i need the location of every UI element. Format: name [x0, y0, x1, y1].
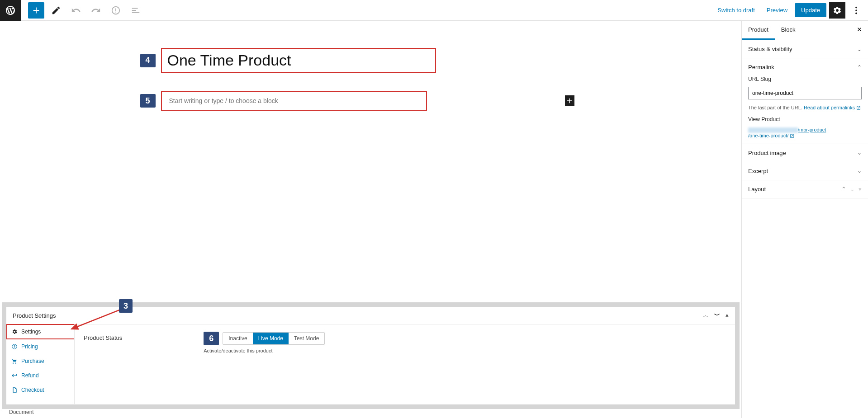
section-layout[interactable]: Layout ⌃ ⌄ ▾	[742, 180, 868, 198]
gear-icon	[11, 329, 18, 335]
section-product-image[interactable]: Product image ⌄	[742, 144, 868, 162]
body-outline	[161, 91, 427, 111]
settings-toggle[interactable]	[829, 2, 845, 19]
external-link-icon	[856, 106, 861, 110]
body-row: 5	[140, 91, 574, 111]
svg-text:$: $	[14, 345, 15, 348]
callout-3: 3	[119, 299, 133, 313]
more-vertical-icon	[851, 5, 861, 15]
chevron-down-icon: ⌄	[857, 168, 862, 174]
panel-body: Settings $ Pricing Purchase Refund	[6, 324, 735, 404]
settings-sidebar: Product Block Status & visibility ⌄ Perm…	[741, 21, 868, 418]
pencil-icon	[51, 5, 61, 15]
toolbar-right: Switch to draft Preview Update	[713, 2, 868, 19]
plus-icon	[31, 5, 41, 15]
update-button[interactable]: Update	[795, 3, 826, 17]
nav-label: Settings	[21, 329, 41, 335]
product-settings-panel: 3 Product Settings ︿ ﹀ ▴ Settings	[6, 307, 735, 404]
panel-title: Product Settings	[13, 312, 56, 319]
panel-nav: Settings $ Pricing Purchase Refund	[6, 324, 74, 404]
dollar-icon: $	[11, 343, 18, 350]
section-title: Product image	[748, 150, 786, 156]
svg-point-0	[855, 6, 857, 8]
status-toggle-group: Inactive Live Mode Test Mode	[223, 332, 325, 345]
edit-button[interactable]	[48, 2, 64, 19]
section-title: Excerpt	[748, 168, 768, 174]
view-product-label: View Product	[748, 116, 862, 122]
panel-nav-settings[interactable]: Settings	[6, 324, 75, 339]
product-status-row: Product Status 6 Inactive Live Mode Test…	[84, 332, 726, 353]
callout-6: 6	[204, 332, 219, 345]
section-title: Status & visibility	[748, 46, 792, 52]
panel-collapse-up[interactable]: ︿	[703, 311, 709, 319]
gear-icon	[833, 6, 842, 15]
undo-button[interactable]	[68, 2, 84, 19]
section-title: Permalink	[748, 64, 774, 70]
nav-label: Purchase	[21, 358, 44, 364]
section-status-visibility[interactable]: Status & visibility ⌄	[742, 40, 868, 58]
return-icon	[11, 372, 18, 379]
undo-icon	[71, 5, 81, 15]
info-icon	[111, 5, 121, 15]
sidebar-tabs: Product Block	[742, 21, 868, 40]
panel-content: Product Status 6 Inactive Live Mode Test…	[74, 324, 735, 404]
external-link-icon	[790, 134, 794, 138]
chevron-down-icon: ⌄	[857, 46, 862, 52]
wordpress-logo[interactable]	[0, 0, 21, 21]
panel-header: Product Settings ︿ ﹀ ▴	[6, 307, 735, 324]
svg-point-1	[855, 9, 857, 11]
more-menu-button[interactable]	[848, 2, 864, 19]
document-icon	[11, 387, 18, 393]
wordpress-icon	[5, 5, 16, 16]
panel-nav-refund[interactable]: Refund	[6, 368, 74, 383]
preview-button[interactable]: Preview	[762, 4, 792, 16]
view-product-url[interactable]: /mbr-product /one-time-product/	[748, 127, 862, 138]
product-status-label: Product Status	[84, 332, 122, 341]
url-slug-input[interactable]	[748, 87, 862, 99]
section-excerpt[interactable]: Excerpt ⌄	[742, 162, 868, 180]
close-icon	[856, 26, 863, 33]
panel-nav-pricing[interactable]: $ Pricing	[6, 339, 74, 354]
add-block-button[interactable]	[28, 2, 44, 19]
sidebar-close-button[interactable]	[851, 23, 868, 38]
panel-header-controls: ︿ ﹀ ▴	[703, 311, 729, 319]
permalink-header[interactable]: Permalink ⌃	[748, 64, 862, 70]
status-test-button[interactable]: Test Mode	[289, 333, 324, 344]
tab-product[interactable]: Product	[742, 21, 775, 40]
post-title-input[interactable]	[167, 52, 430, 69]
url-slug-label: URL Slug	[748, 76, 862, 82]
section-permalink: Permalink ⌃ URL Slug The last part of th…	[742, 58, 868, 144]
switch-to-draft-button[interactable]: Switch to draft	[713, 4, 759, 16]
title-row: 4	[140, 48, 574, 73]
slug-help-text: The last part of the URL. Read about per…	[748, 104, 862, 112]
panel-nav-checkout[interactable]: Checkout	[6, 383, 74, 397]
layout-controls: ⌃ ⌄ ▾	[841, 186, 862, 193]
inline-add-block-button[interactable]	[565, 95, 574, 106]
outline-button[interactable]	[128, 2, 144, 19]
layout-dropdown[interactable]: ▾	[859, 186, 862, 193]
redo-button[interactable]	[88, 2, 104, 19]
layout-down[interactable]: ⌄	[850, 186, 855, 193]
callout-4: 4	[140, 54, 156, 67]
footer-breadcrumb[interactable]: Document	[9, 409, 34, 415]
plus-icon	[565, 97, 574, 105]
info-button[interactable]	[108, 2, 124, 19]
panel-expand[interactable]: ▴	[726, 311, 729, 319]
panel-collapse-down[interactable]: ﹀	[714, 311, 720, 319]
cart-icon	[11, 358, 18, 364]
panel-nav-purchase[interactable]: Purchase	[6, 354, 74, 368]
read-about-permalinks-link[interactable]: Read about permalinks	[804, 105, 861, 110]
main-area: 4 5 3 Produ	[0, 21, 868, 418]
callout-5: 5	[140, 94, 156, 108]
editor-column: 4 5 3 Produ	[0, 21, 741, 418]
tab-block[interactable]: Block	[775, 21, 802, 40]
nav-label: Refund	[21, 372, 39, 379]
svg-point-2	[855, 12, 857, 14]
section-title: Layout	[748, 186, 766, 193]
nav-label: Checkout	[21, 387, 44, 393]
status-live-button[interactable]: Live Mode	[253, 333, 289, 344]
layout-up[interactable]: ⌃	[841, 186, 846, 193]
permalink-body: URL Slug The last part of the URL. Read …	[748, 70, 862, 138]
status-inactive-button[interactable]: Inactive	[223, 333, 252, 344]
content-input[interactable]	[167, 96, 421, 105]
